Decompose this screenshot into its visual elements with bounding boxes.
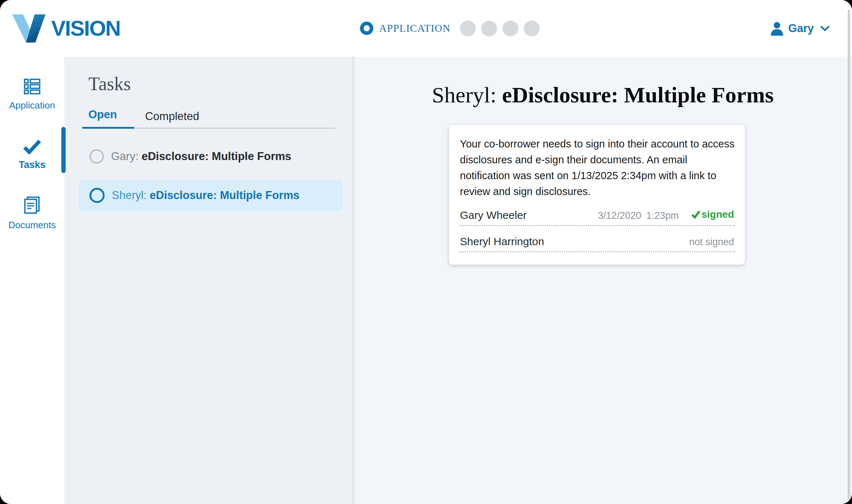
progress-dot	[481, 21, 497, 36]
signed-datetime: 3/12/20201:23pm	[598, 210, 679, 221]
task-owner: Sheryl:	[112, 189, 146, 202]
tasks-panel-title: Tasks	[88, 73, 353, 94]
signed-check-icon	[691, 210, 701, 219]
app-window: VISION APPLICATION	[0, 0, 852, 504]
page-title: Sheryl: eDisclosure: Multiple Forms	[353, 82, 852, 108]
task-title: eDisclosure: Multiple Forms	[141, 150, 291, 163]
header: VISION APPLICATION	[0, 0, 852, 57]
task-label: Gary: eDisclosure: Multiple Forms	[111, 150, 291, 163]
active-nav-indicator	[61, 127, 66, 173]
tab-completed[interactable]: Completed	[134, 110, 216, 129]
sidebar-item-label: Application	[9, 100, 55, 111]
vision-logo-icon	[12, 14, 46, 43]
task-detail-card: Your co-borrower needs to sign into thei…	[449, 125, 745, 265]
page-title-task: eDisclosure: Multiple Forms	[502, 83, 774, 107]
sidebar-item-label: Documents	[8, 220, 56, 231]
progress-dot	[460, 21, 476, 36]
application-step-icon	[360, 22, 373, 35]
user-name: Gary	[788, 22, 814, 35]
task-message: Your co-borrower needs to sign into thei…	[460, 136, 735, 199]
task-status-circle-icon	[89, 149, 104, 164]
main-content: Sheryl: eDisclosure: Multiple Forms Your…	[353, 57, 852, 504]
task-item-gary[interactable]: Gary: eDisclosure: Multiple Forms	[79, 141, 343, 172]
tasks-panel: Tasks Open Completed Gary: eDisclosure: …	[64, 57, 353, 504]
sidebar-item-documents[interactable]: Documents	[0, 196, 64, 231]
task-list: Gary: eDisclosure: Multiple Forms Sheryl…	[79, 141, 343, 211]
signer-row-sheryl: Sheryl Harrington not signed	[460, 235, 735, 252]
progress-dot	[524, 21, 540, 36]
signer-name: Sheryl Harrington	[460, 235, 689, 248]
user-menu[interactable]: Gary	[770, 0, 830, 57]
signed-date: 3/12/2020	[598, 210, 641, 221]
signed-badge: signed	[691, 209, 734, 220]
brand-name: VISION	[51, 16, 120, 41]
scrollbar[interactable]	[848, 9, 850, 500]
documents-icon	[24, 196, 40, 215]
task-status-circle-icon	[89, 188, 105, 203]
sidebar-item-tasks[interactable]: Tasks	[0, 139, 64, 171]
sidebar: Application Tasks	[0, 57, 64, 504]
progress-dots	[460, 21, 540, 36]
application-step-label: APPLICATION	[379, 22, 451, 34]
task-title: eDisclosure: Multiple Forms	[150, 189, 299, 202]
signed-time: 1:23pm	[646, 210, 679, 221]
tab-open[interactable]: Open	[82, 108, 134, 129]
task-label: Sheryl: eDisclosure: Multiple Forms	[112, 189, 299, 202]
user-icon	[770, 21, 784, 36]
signer-row-gary: Gary Wheeler 3/12/20201:23pm signed	[460, 209, 735, 226]
vision-logo[interactable]: VISION	[12, 0, 120, 57]
sidebar-item-label: Tasks	[19, 159, 46, 171]
application-progress: APPLICATION	[360, 0, 540, 57]
signed-badge-label: signed	[702, 209, 734, 220]
progress-dot	[502, 21, 518, 36]
application-list-icon	[24, 78, 40, 95]
signer-name: Gary Wheeler	[460, 209, 598, 221]
tasks-tabs: Open Completed	[82, 108, 335, 129]
not-signed-label: not signed	[689, 236, 734, 248]
task-item-sheryl[interactable]: Sheryl: eDisclosure: Multiple Forms	[79, 180, 343, 211]
page-title-owner: Sheryl:	[432, 83, 502, 107]
sidebar-item-application[interactable]: Application	[0, 78, 64, 111]
tasks-check-icon	[23, 139, 41, 154]
task-owner: Gary:	[111, 150, 139, 163]
chevron-down-icon	[820, 26, 830, 31]
